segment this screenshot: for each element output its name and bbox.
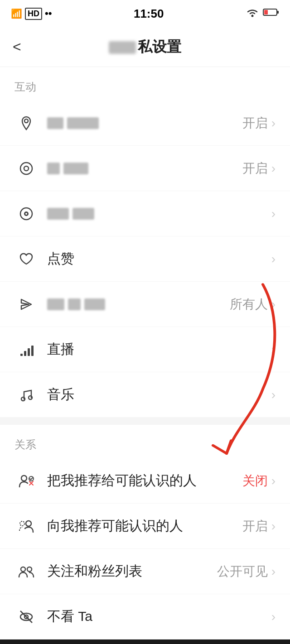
menu-text-like: 点赞 <box>47 250 268 268</box>
like-icon <box>14 247 38 271</box>
chevron-online: › <box>271 161 276 176</box>
follow-list-icon <box>14 560 38 583</box>
view-icon <box>14 202 38 226</box>
battery-icon <box>263 8 279 19</box>
svg-point-20 <box>21 567 25 572</box>
not-see-icon <box>14 605 38 629</box>
menu-value-send: 所有人 <box>230 296 268 313</box>
signal-icon: 📶 <box>11 8 22 19</box>
hd-badge: HD <box>25 8 42 20</box>
chevron-music: › <box>271 388 276 402</box>
wifi-icon <box>246 7 259 20</box>
svg-rect-13 <box>31 346 34 356</box>
menu-item-send[interactable]: 所有人 › <box>0 282 290 327</box>
menu-text-recommend-to: 把我推荐给可能认识的人 <box>47 471 242 490</box>
chevron-follow-list: › <box>271 564 276 579</box>
menu-item-online[interactable]: 开启 › <box>0 146 290 191</box>
menu-value-recommend-from: 开启 <box>242 518 268 535</box>
svg-rect-3 <box>264 10 268 14</box>
svg-point-15 <box>29 396 32 399</box>
svg-point-4 <box>24 119 28 123</box>
chevron-recommend-to: › <box>271 474 276 488</box>
chevron-view: › <box>271 207 276 221</box>
section-label-relation: 关系 <box>0 425 290 458</box>
svg-point-19 <box>20 521 24 526</box>
live-icon <box>14 338 38 361</box>
svg-rect-10 <box>20 354 23 356</box>
chevron-recommend-from: › <box>271 519 276 533</box>
recommend-to-icon <box>14 469 38 493</box>
title-blurred <box>109 41 136 54</box>
menu-item-recommend-to[interactable]: 把我推荐给可能认识的人 关闭 › <box>0 458 290 504</box>
menu-value-follow-list: 公开可见 <box>217 563 268 580</box>
menu-item-location[interactable]: 开启 › <box>0 101 290 146</box>
recommend-from-icon <box>14 514 38 538</box>
section-divider <box>0 418 290 425</box>
online-icon <box>14 157 38 180</box>
menu-text-recommend-from: 向我推荐可能认识的人 <box>47 517 242 535</box>
svg-point-16 <box>21 476 27 481</box>
menu-text-music: 音乐 <box>47 385 268 404</box>
svg-point-0 <box>251 15 254 17</box>
chevron-send: › <box>271 297 276 312</box>
menu-value-online: 开启 <box>242 160 268 177</box>
menu-item-like[interactable]: 点赞 › <box>0 236 290 282</box>
menu-text-online <box>47 163 242 174</box>
svg-rect-12 <box>28 348 30 356</box>
svg-point-5 <box>20 163 32 174</box>
status-right <box>246 7 279 20</box>
menu-text-follow-list: 关注和粉丝列表 <box>47 562 217 581</box>
menu-text-send <box>47 298 230 310</box>
send-icon <box>14 293 38 316</box>
svg-point-9 <box>25 213 27 215</box>
page-header: < 私设置 <box>0 27 290 67</box>
menu-text-live: 直播 <box>47 340 268 359</box>
menu-text-view <box>47 208 268 220</box>
menu-value-recommend-to: 关闭 <box>242 472 268 490</box>
menu-item-music[interactable]: 音乐 › <box>0 372 290 418</box>
svg-point-14 <box>21 397 25 401</box>
svg-point-18 <box>26 521 31 526</box>
main-content: 互动 开启 › 开启 › <box>0 67 290 639</box>
status-bar: 📶 HD •• 11:50 <box>0 0 290 27</box>
menu-item-follow-list[interactable]: 关注和粉丝列表 公开可见 › <box>0 549 290 594</box>
menu-item-not-see[interactable]: 不看 Ta › <box>0 594 290 639</box>
music-icon <box>14 383 38 407</box>
status-time: 11:50 <box>134 7 164 21</box>
location-icon <box>14 111 38 135</box>
dot-icons: •• <box>45 8 52 19</box>
page-title: 私设置 <box>109 37 181 57</box>
svg-point-6 <box>24 166 29 171</box>
chevron-like: › <box>271 252 276 266</box>
bottom-navigation: ≡ ⌂ ↩ <box>0 639 290 644</box>
section-label-interaction: 互动 <box>0 67 290 101</box>
back-button[interactable]: < <box>13 38 21 55</box>
chevron-live: › <box>271 342 276 357</box>
menu-text-location <box>47 117 242 129</box>
svg-rect-11 <box>24 351 26 356</box>
svg-rect-2 <box>277 11 279 14</box>
menu-item-view[interactable]: › <box>0 191 290 236</box>
chevron-location: › <box>271 116 276 130</box>
chevron-not-see: › <box>271 610 276 624</box>
menu-text-not-see: 不看 Ta <box>47 607 268 626</box>
svg-point-21 <box>27 567 32 572</box>
menu-item-live[interactable]: 直播 › <box>0 327 290 372</box>
menu-value-location: 开启 <box>242 115 268 132</box>
menu-item-recommend-from[interactable]: 向我推荐可能认识的人 开启 › <box>0 504 290 549</box>
status-left: 📶 HD •• <box>11 8 52 20</box>
